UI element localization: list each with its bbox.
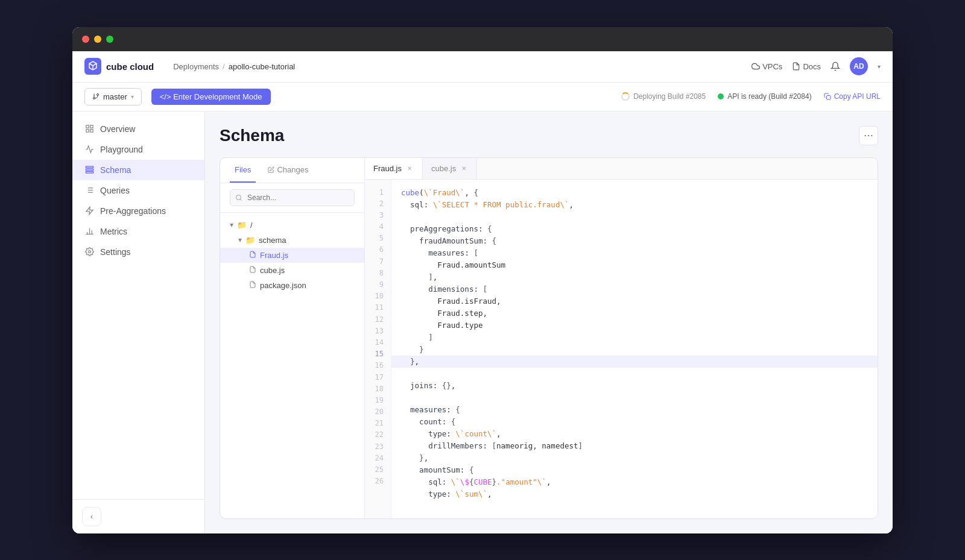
sidebar-item-overview[interactable]: Overview (72, 119, 204, 139)
editor-tab-cube-js[interactable]: cube.js ✕ (423, 158, 477, 179)
line-number: 23 (365, 441, 391, 453)
file-icon (249, 266, 256, 275)
chart-icon (84, 145, 94, 154)
line-number: 17 (365, 372, 391, 383)
close-button[interactable] (82, 36, 89, 43)
logo-text: cube cloud (106, 61, 154, 72)
sidebar-item-queries[interactable]: Queries (72, 180, 204, 201)
notifications-button[interactable] (831, 61, 840, 71)
tree-item-schema-folder[interactable]: ▾ 📁 schema (220, 233, 364, 248)
dev-mode-button[interactable]: </> Enter Development Mode (151, 89, 271, 105)
title-bar (72, 27, 893, 51)
file-icon (249, 251, 256, 260)
sidebar-footer: ‹ (72, 499, 204, 533)
breadcrumb-deployments[interactable]: Deployments (173, 62, 219, 71)
app-window: cube cloud Deployments / apollo-cube-tut… (72, 27, 893, 533)
api-ready-status: API is ready (Build #2084) (718, 92, 811, 101)
line-number: 11 (365, 302, 391, 313)
sidebar-label-queries: Queries (100, 186, 130, 195)
copy-api-button[interactable]: Copy API URL (824, 92, 881, 101)
tab-close-icon[interactable]: ✕ (405, 164, 414, 172)
sidebar-item-schema[interactable]: Schema (72, 160, 204, 180)
line-number: 15 (365, 348, 391, 360)
line-number: 20 (365, 406, 391, 418)
code-line: drillMembers: [nameorig, namedest] (391, 440, 878, 452)
code-line: preAggregations: { (391, 223, 878, 235)
vpcs-link[interactable]: VPCs (751, 62, 782, 71)
sidebar-item-pre-aggregations[interactable]: Pre-Aggregations (72, 201, 204, 221)
more-options-button[interactable]: ⋯ (859, 126, 878, 145)
line-number: 3 (365, 210, 391, 221)
svg-marker-18 (86, 207, 92, 215)
list-icon (84, 186, 94, 195)
action-bar: master ▾ </> Enter Development Mode Depl… (72, 83, 893, 112)
gear-icon (84, 247, 94, 257)
changes-icon (268, 166, 274, 173)
code-line (391, 392, 878, 404)
sidebar-item-settings[interactable]: Settings (72, 242, 204, 262)
sidebar-label-overview: Overview (100, 124, 135, 134)
code-line: cube(\`Fraud\`, { (391, 187, 878, 199)
line-number: 2 (365, 198, 391, 210)
sidebar-label-metrics: Metrics (100, 227, 127, 236)
line-numbers: 1234567891011121314151617181920212223242… (365, 180, 391, 518)
branch-chevron-icon: ▾ (131, 93, 134, 100)
svg-point-23 (88, 251, 90, 253)
tree-item-cube-js[interactable]: cube.js (220, 263, 364, 278)
minimize-button[interactable] (94, 36, 101, 43)
sidebar-item-playground[interactable]: Playground (72, 139, 204, 160)
logo[interactable]: cube cloud (84, 58, 154, 75)
status-dot-icon (718, 93, 724, 99)
editor-tab-fraud-js[interactable]: Fraud.js ✕ (365, 158, 423, 179)
code-line: dimensions: [ (391, 283, 878, 295)
sidebar-item-metrics[interactable]: Metrics (72, 221, 204, 242)
sidebar-nav: Overview Playground (72, 112, 204, 499)
chevron-down-icon: ▾ (230, 221, 233, 229)
collapse-sidebar-button[interactable]: ‹ (82, 507, 101, 526)
docs-link[interactable]: Docs (792, 62, 821, 71)
code-line (391, 211, 878, 223)
code-content[interactable]: 1234567891011121314151617181920212223242… (365, 180, 878, 518)
code-line: Fraud.step, (391, 307, 878, 319)
sidebar-label-playground: Playground (100, 145, 143, 154)
tab-changes[interactable]: Changes (263, 158, 313, 183)
line-number: 25 (365, 464, 391, 476)
tree-item-fraud-js[interactable]: Fraud.js (220, 248, 364, 263)
branch-button[interactable]: master ▾ (84, 88, 142, 105)
code-lines: cube(\`Fraud\`, { sql: \`SELECT * FROM p… (391, 180, 878, 518)
code-line: joins: {}, (391, 380, 878, 392)
line-number: 18 (365, 383, 391, 395)
line-number: 12 (365, 314, 391, 326)
grid-icon (84, 124, 94, 134)
svg-rect-4 (826, 96, 831, 100)
code-line: sql: \`\${CUBE}."amount"\`, (391, 476, 878, 488)
code-line: Fraud.type (391, 319, 878, 332)
code-line: measures: { (391, 404, 878, 416)
deploying-status: Deploying Build #2085 (621, 92, 706, 101)
svg-rect-7 (86, 130, 88, 132)
schema-icon (84, 165, 94, 175)
tree-item-root[interactable]: ▾ 📁 / (220, 218, 364, 233)
tab-files[interactable]: Files (230, 158, 256, 183)
avatar[interactable]: AD (850, 57, 868, 75)
svg-rect-10 (86, 169, 93, 171)
chevron-down-icon[interactable]: ▾ (878, 63, 881, 70)
svg-point-2 (97, 94, 99, 96)
code-editor: Fraud.js ✕ cube.js ✕ 1234567891011121314… (365, 158, 878, 518)
file-search (220, 183, 364, 213)
svg-rect-8 (90, 130, 92, 132)
line-number: 14 (365, 337, 391, 348)
code-line: }, (391, 452, 878, 464)
maximize-button[interactable] (106, 36, 113, 43)
chevron-down-icon: ▾ (238, 236, 242, 244)
search-input[interactable] (230, 189, 355, 206)
code-line: amountSum: { (391, 464, 878, 476)
copy-icon (824, 93, 831, 100)
svg-rect-9 (86, 166, 93, 168)
line-number: 6 (365, 244, 391, 256)
code-line: sql: \`SELECT * FROM public.fraud\`, (391, 199, 878, 211)
sidebar-label-schema: Schema (100, 165, 131, 175)
tab-close-icon[interactable]: ✕ (460, 164, 468, 172)
tree-item-package-json[interactable]: package.json (220, 278, 364, 293)
line-number: 16 (365, 360, 391, 371)
